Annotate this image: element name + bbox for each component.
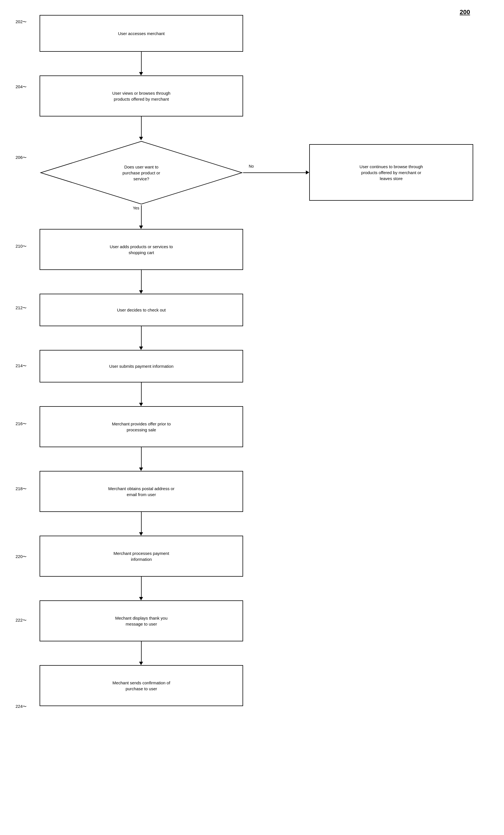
arrow-202-204	[141, 52, 142, 74]
arrow-206-yes	[141, 205, 142, 228]
arrow-210-212	[141, 270, 142, 292]
ref-216: 216〜	[16, 421, 26, 427]
ref-218: 218〜	[16, 486, 26, 492]
ref-210: 210〜	[16, 244, 26, 249]
arrow-218-220	[141, 512, 142, 534]
ref-220: 220〜	[16, 554, 26, 559]
arrowhead-202-204	[139, 72, 143, 76]
ref-214: 214〜	[16, 363, 26, 369]
label-no: No	[249, 164, 254, 168]
box-218: Merchant obtains postal address oremail …	[40, 471, 243, 512]
box-204: User views or browses throughproducts of…	[40, 76, 243, 117]
arrowhead-220-222	[139, 597, 143, 600]
arrowhead-222-224	[139, 662, 143, 665]
arrowhead-204-206	[139, 137, 143, 140]
ref-204: 204〜	[16, 84, 26, 89]
arrowhead-210-212	[139, 290, 143, 294]
arrow-220-222	[141, 577, 142, 599]
arrow-216-218	[141, 447, 142, 470]
arrow-204-206	[141, 117, 142, 139]
arrowhead-212-214	[139, 347, 143, 350]
box-224: Mechant sends confirmation ofpurchase to…	[40, 665, 243, 706]
box-210: User adds products or services toshoppin…	[40, 229, 243, 270]
box-214: User submits payment information	[40, 350, 243, 383]
ref-212: 212〜	[16, 305, 26, 311]
box-208: User continues to browse throughproducts…	[309, 144, 473, 201]
arrow-222-224	[141, 641, 142, 664]
arrow-206-no-h	[243, 172, 308, 173]
diagram-title: 200	[460, 8, 470, 16]
arrowhead-206-no	[306, 170, 309, 175]
arrowhead-218-220	[139, 532, 143, 536]
diamond-206: Does user want topurchase product orserv…	[40, 140, 243, 205]
box-222: Mechant displays thank youmessage to use…	[40, 600, 243, 641]
ref-224: 224〜	[16, 704, 26, 709]
ref-222: 222〜	[16, 618, 26, 623]
box-202: User accesses merchant	[40, 15, 243, 52]
label-yes: Yes	[133, 206, 139, 210]
box-212: User decides to check out	[40, 294, 243, 326]
box-220: Merchant processes paymentinformation	[40, 536, 243, 577]
arrow-212-214	[141, 326, 142, 349]
arrow-214-216	[141, 383, 142, 405]
arrowhead-214-216	[139, 403, 143, 406]
arrowhead-206-yes	[139, 226, 143, 229]
ref-206: 206〜	[16, 155, 26, 160]
arrowhead-216-218	[139, 468, 143, 471]
ref-202: 202〜	[16, 19, 26, 25]
box-216: Merchant provides offer prior toprocessi…	[40, 406, 243, 447]
flowchart-diagram: 200 202〜 User accesses merchant 204〜 Use…	[0, 0, 504, 835]
